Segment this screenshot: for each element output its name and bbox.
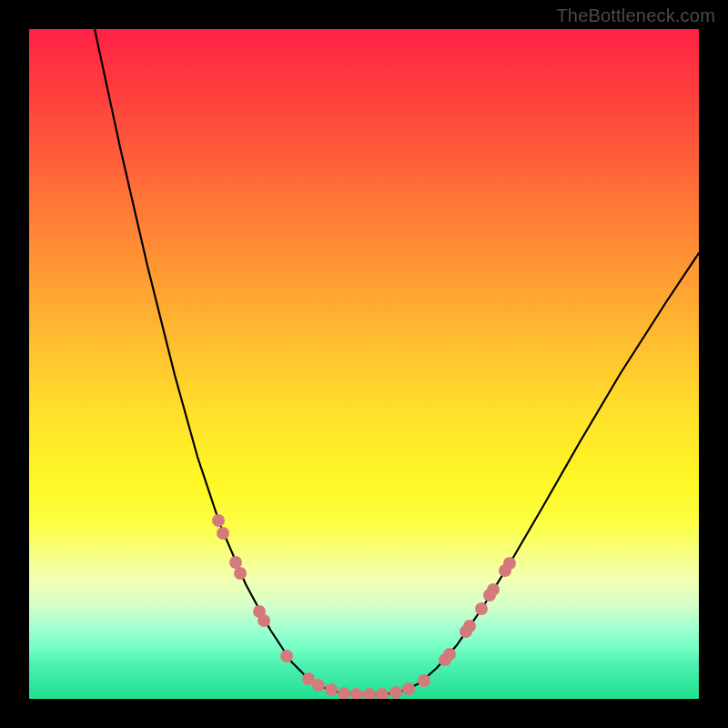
marker-dot bbox=[350, 688, 363, 699]
marker-dot bbox=[463, 620, 476, 632]
marker-dot bbox=[312, 679, 325, 692]
marker-dot bbox=[402, 682, 415, 695]
marker-dot bbox=[487, 583, 500, 596]
marker-dot bbox=[217, 527, 229, 540]
marker-dot bbox=[234, 567, 247, 580]
curve-lines bbox=[95, 29, 699, 694]
marker-dot bbox=[376, 688, 389, 699]
marker-dot bbox=[212, 514, 225, 527]
marker-dot bbox=[475, 602, 488, 615]
marker-dot bbox=[229, 556, 242, 569]
marker-dot bbox=[503, 557, 516, 570]
watermark-text: TheBottleneck.com bbox=[556, 5, 715, 26]
curve-left-descent bbox=[95, 29, 344, 693]
chart-container: TheBottleneck.com bbox=[0, 0, 728, 728]
marker-dot bbox=[280, 650, 293, 662]
marker-dot bbox=[389, 686, 402, 699]
marker-dot bbox=[338, 687, 350, 699]
marker-dot bbox=[443, 648, 456, 661]
marker-dot bbox=[325, 683, 338, 696]
marker-dot bbox=[258, 614, 270, 627]
marker-dot bbox=[418, 674, 430, 687]
plot-area bbox=[29, 29, 699, 699]
curve-markers bbox=[212, 514, 516, 699]
curve-overlay bbox=[29, 29, 699, 699]
marker-dot bbox=[363, 688, 376, 699]
curve-right-ascent bbox=[393, 253, 699, 693]
